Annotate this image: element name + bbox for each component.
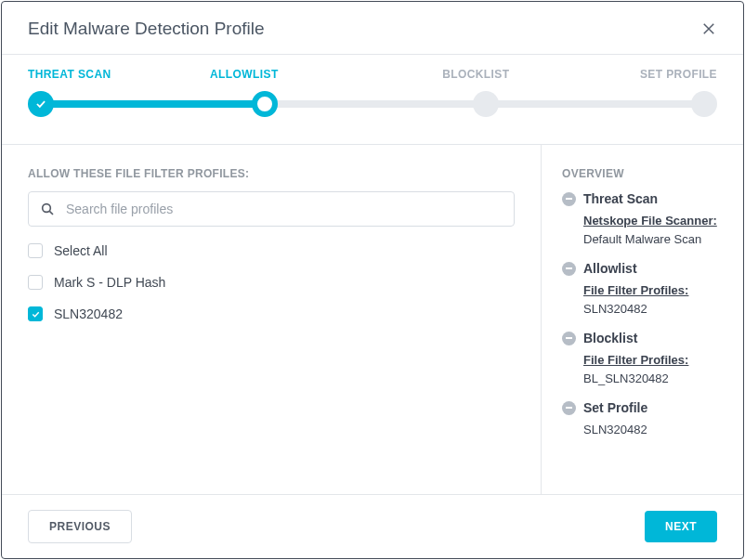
previous-button[interactable]: PREVIOUS — [28, 510, 132, 543]
check-row-mark-s[interactable]: Mark S - DLP Hash — [28, 275, 515, 290]
step-label-blocklist[interactable]: BLOCKLIST — [442, 68, 509, 81]
step-node-1[interactable] — [28, 91, 54, 117]
overview-head[interactable]: Set Profile — [562, 400, 723, 415]
overview-title: Set Profile — [583, 400, 647, 415]
checkbox-select-all[interactable] — [28, 243, 43, 258]
modal-header: Edit Malware Detection Profile — [2, 2, 743, 55]
collapse-icon[interactable] — [562, 332, 576, 345]
overview-allowlist: Allowlist File Filter Profiles: SLN32048… — [562, 261, 723, 318]
overview-link[interactable]: File Filter Profiles: — [583, 353, 688, 367]
search-icon — [40, 202, 55, 216]
overview-title: Threat Scan — [583, 191, 658, 206]
checkbox-sln320482[interactable] — [28, 306, 43, 321]
svg-point-0 — [43, 204, 51, 213]
check-label: Select All — [54, 243, 108, 258]
collapse-icon[interactable] — [562, 401, 576, 415]
collapse-icon[interactable] — [562, 262, 576, 276]
overview-detail: SLN320482 — [583, 421, 723, 439]
check-label: Mark S - DLP Hash — [54, 275, 165, 290]
check-label: SLN320482 — [54, 306, 123, 321]
overview-blocklist: Blocklist File Filter Profiles: BL_SLN32… — [562, 331, 723, 387]
overview-set-profile: Set Profile SLN320482 — [562, 400, 723, 439]
track-fill — [41, 100, 270, 108]
modal-body: ALLOW THESE FILE FILTER PROFILES: Select… — [2, 145, 743, 494]
overview-threat-scan: Threat Scan Netskope File Scanner: Defau… — [562, 191, 723, 248]
step-label-set-profile[interactable]: SET PROFILE — [640, 68, 717, 81]
step-labels: THREAT SCAN ALLOWLIST BLOCKLIST SET PROF… — [28, 68, 717, 81]
collapse-icon[interactable] — [562, 192, 576, 206]
overview-head[interactable]: Allowlist — [562, 261, 723, 276]
checkbox-mark-s[interactable] — [28, 275, 43, 290]
overview-value: Default Malware Scan — [583, 232, 701, 246]
edit-profile-modal: Edit Malware Detection Profile THREAT SC… — [1, 1, 744, 559]
overview-detail: File Filter Profiles: SLN320482 — [583, 281, 723, 318]
modal-footer: PREVIOUS NEXT — [2, 494, 743, 558]
check-row-sln320482[interactable]: SLN320482 — [28, 306, 515, 321]
overview-link[interactable]: File Filter Profiles: — [583, 283, 688, 297]
overview-title: Allowlist — [583, 261, 637, 276]
overview-value: SLN320482 — [583, 423, 647, 436]
search-box[interactable] — [28, 191, 515, 227]
overview-pane: OVERVIEW Threat Scan Netskope File Scann… — [541, 145, 743, 494]
step-label-allowlist[interactable]: ALLOWLIST — [210, 68, 279, 81]
left-heading: ALLOW THESE FILE FILTER PROFILES: — [28, 167, 515, 180]
left-pane: ALLOW THESE FILE FILTER PROFILES: Select… — [2, 145, 541, 494]
step-node-2[interactable] — [252, 91, 278, 117]
overview-value: SLN320482 — [583, 302, 647, 316]
modal-title: Edit Malware Detection Profile — [28, 19, 265, 39]
overview-title: Blocklist — [583, 331, 637, 345]
step-node-3[interactable] — [473, 91, 499, 117]
overview-head[interactable]: Blocklist — [562, 331, 723, 345]
overview-detail: Netskope File Scanner: Default Malware S… — [583, 212, 723, 248]
overview-value: BL_SLN320482 — [583, 371, 669, 385]
overview-link[interactable]: Netskope File Scanner: — [583, 214, 717, 228]
overview-head[interactable]: Threat Scan — [562, 191, 723, 206]
overview-detail: File Filter Profiles: BL_SLN320482 — [583, 351, 723, 387]
next-button[interactable]: NEXT — [645, 511, 717, 542]
search-input[interactable] — [66, 202, 503, 216]
step-track — [28, 90, 717, 118]
step-node-4[interactable] — [691, 91, 717, 117]
check-row-select-all[interactable]: Select All — [28, 243, 515, 258]
step-label-threat-scan[interactable]: THREAT SCAN — [28, 68, 111, 81]
stepper: THREAT SCAN ALLOWLIST BLOCKLIST SET PROF… — [2, 55, 743, 145]
overview-heading: OVERVIEW — [562, 167, 723, 180]
close-icon[interactable] — [700, 20, 717, 37]
